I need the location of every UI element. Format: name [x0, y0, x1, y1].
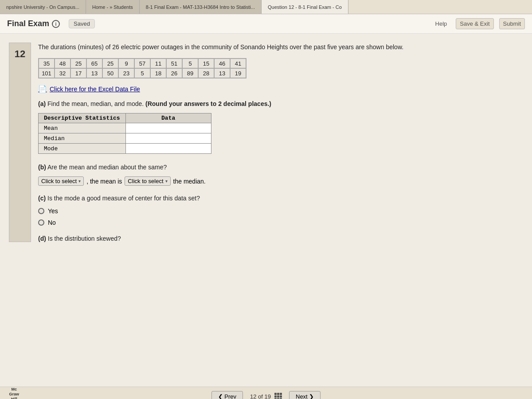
dropdown1-arrow-icon: ▾ — [78, 179, 81, 184]
logo-line-3: Hill — [11, 397, 17, 399]
dropdown2-arrow-icon: ▾ — [165, 179, 168, 184]
data-cell: 25 — [102, 59, 118, 68]
tab-1-label: npshire University - On Campus... — [6, 4, 79, 10]
grid-icon — [274, 393, 282, 399]
data-cell: 17 — [70, 68, 86, 78]
desc-row-input-2[interactable] — [125, 144, 211, 154]
question-wrapper: 12 The durations (minutes) of 26 electri… — [9, 43, 519, 242]
part-d-text: Is the distribution skewed? — [48, 235, 121, 242]
part-a-question: (a) Find the mean, median, and mode. (Ro… — [38, 99, 519, 109]
submit-button[interactable]: Submit — [499, 18, 525, 29]
descriptive-stats-table: Descriptive Statistics Data MeanMedianMo… — [38, 113, 211, 154]
desc-row-label-0: Mean — [39, 123, 126, 133]
save-exit-button[interactable]: Save & Exit — [456, 18, 493, 29]
prev-button[interactable]: ❮ Prev — [211, 391, 243, 399]
part-c-label: (c) — [38, 195, 46, 202]
part-b-end-text: the median. — [173, 178, 206, 185]
part-b-question: (b) Are the mean and median about the sa… — [38, 163, 519, 172]
part-d-label: (d) — [38, 235, 46, 242]
page-info: 12 of 19 — [250, 393, 282, 399]
part-b-middle-text: , the mean is — [86, 178, 122, 185]
part-a-instruction: (Round your answers to 2 decimal places.… — [145, 100, 271, 107]
data-cell: 46 — [214, 59, 230, 68]
part-a-text: Find the mean, median, and mode. — [47, 100, 144, 107]
header-title-group: Final Exam i — [7, 19, 60, 28]
data-cell: 57 — [134, 59, 150, 68]
info-icon[interactable]: i — [52, 20, 60, 28]
desc-table-col2-header: Data — [125, 113, 211, 123]
page-number: 12 of 19 — [250, 393, 271, 399]
page-header: Final Exam i Saved Help Save & Exit Subm… — [0, 14, 532, 34]
data-cell: 35 — [39, 59, 55, 68]
excel-link[interactable]: 📄 Click here for the Excel Data File — [38, 85, 519, 93]
data-cell: 9 — [118, 59, 134, 68]
mcgraw-hill-logo: Mc Graw Hill Education — [4, 387, 24, 399]
part-b-text: Are the mean and median about the same? — [47, 164, 167, 171]
desc-row-input-0[interactable] — [125, 123, 211, 133]
data-cell: 28 — [198, 68, 214, 78]
desc-row-input-1[interactable] — [125, 133, 211, 144]
tab-3[interactable]: 8-1 Final Exam - MAT-133-H3684 Intro to … — [140, 0, 262, 14]
data-cell: 13 — [214, 68, 230, 78]
data-cell: 50 — [102, 68, 118, 78]
tab-1[interactable]: npshire University - On Campus... — [0, 0, 86, 14]
data-cell: 41 — [230, 59, 246, 68]
saved-badge: Saved — [69, 19, 95, 28]
page-title: Final Exam — [7, 19, 49, 28]
part-b-label: (b) — [38, 164, 46, 171]
excel-icon: 📄 — [38, 85, 47, 93]
data-cell: 5 — [134, 68, 150, 78]
desc-row-label-1: Median — [39, 133, 126, 144]
radio-label-yes: Yes — [48, 207, 58, 215]
data-cell: 5 — [182, 59, 198, 68]
data-cell: 19 — [230, 68, 246, 78]
data-cell: 18 — [150, 68, 166, 78]
data-cell: 11 — [150, 59, 166, 68]
part-b-dropdown1-label: Click to select — [41, 178, 77, 184]
tab-4[interactable]: Question 12 - 8-1 Final Exam - Co — [262, 0, 348, 14]
question-description: The durations (minutes) of 26 electric p… — [38, 43, 519, 52]
data-cell: 101 — [39, 68, 55, 78]
tab-3-label: 8-1 Final Exam - MAT-133-H3684 Intro to … — [146, 4, 255, 10]
data-cell: 15 — [198, 59, 214, 68]
desc-table-col1-header: Descriptive Statistics — [39, 113, 126, 123]
question-body: The durations (minutes) of 26 electric p… — [31, 43, 519, 242]
browser-tab-bar: npshire University - On Campus... Home -… — [0, 0, 532, 14]
data-cell: 48 — [55, 59, 70, 68]
data-cell: 51 — [166, 59, 182, 68]
radio-option-yes[interactable]: Yes — [38, 207, 519, 215]
part-b-dropdown1[interactable]: Click to select ▾ — [38, 176, 84, 186]
logo-line-2: Graw — [9, 392, 20, 397]
next-button[interactable]: Next ❯ — [289, 391, 321, 399]
data-cell: 13 — [86, 68, 102, 78]
part-b-dropdown2[interactable]: Click to select ▾ — [125, 176, 170, 186]
data-cell: 89 — [182, 68, 198, 78]
part-a-label: (a) — [38, 100, 46, 107]
main-content: 12 The durations (minutes) of 26 electri… — [0, 34, 532, 387]
data-cell: 25 — [70, 59, 86, 68]
part-b-dropdown2-label: Click to select — [128, 178, 163, 184]
logo-line-1: Mc — [12, 387, 17, 392]
data-cell: 26 — [166, 68, 182, 78]
data-cell: 32 — [55, 68, 70, 78]
part-d-question: (d) Is the distribution skewed? — [38, 235, 519, 242]
radio-label-no: No — [48, 219, 56, 226]
part-c-text: Is the mode a good measure of center for… — [47, 195, 200, 202]
data-cell: 65 — [86, 59, 102, 68]
header-actions: Help Save & Exit Submit — [432, 18, 525, 29]
desc-row-label-2: Mode — [39, 144, 126, 154]
part-c-radio-group: YesNo — [38, 207, 519, 226]
question-number: 12 — [9, 43, 31, 242]
tab-2[interactable]: Home - » Students — [86, 0, 140, 14]
radio-circle-yes — [38, 208, 44, 214]
tab-4-label: Question 12 - 8-1 Final Exam - Co — [268, 4, 342, 10]
excel-link-text: Click here for the Excel Data File — [50, 86, 140, 93]
part-c-question: (c) Is the mode a good measure of center… — [38, 194, 519, 203]
radio-option-no[interactable]: No — [38, 219, 519, 226]
radio-circle-no — [38, 219, 44, 226]
data-cell: 23 — [118, 68, 134, 78]
part-b-row: Click to select ▾ , the mean is Click to… — [38, 176, 519, 186]
data-grid: 3548256525957115151546411013217135023518… — [38, 58, 246, 78]
help-button[interactable]: Help — [432, 19, 451, 29]
tab-2-label: Home - » Students — [92, 4, 133, 10]
